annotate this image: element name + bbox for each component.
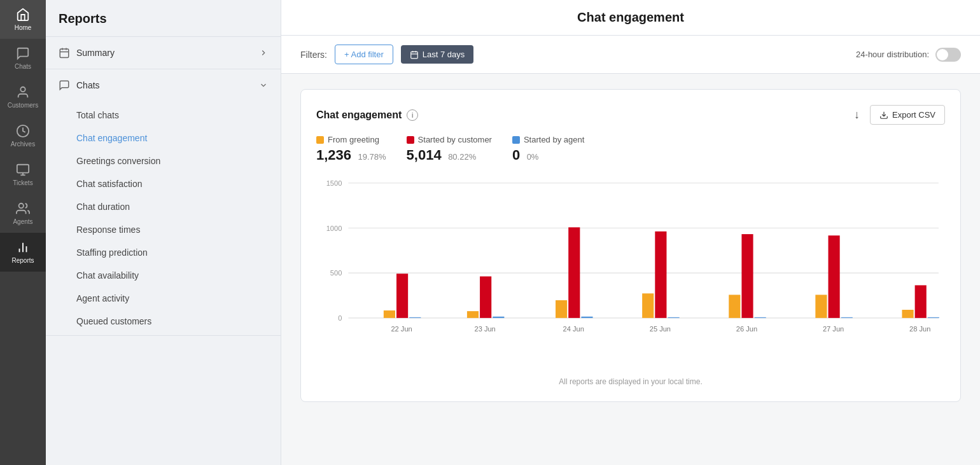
chart-legends: From greeting 1,236 19.78% Started by cu… — [316, 135, 945, 163]
main-header: Chat engagement — [281, 0, 980, 36]
main-scrollable: Chat engagement i ↓ Export CSV — [281, 74, 980, 465]
svg-rect-39 — [655, 232, 666, 318]
svg-rect-9 — [60, 49, 69, 58]
chart-card-header: Chat engagement i ↓ Export CSV — [316, 105, 945, 125]
export-csv-button[interactable]: Export CSV — [870, 105, 945, 125]
sidebar-item-chat-satisfaction[interactable]: Chat satisfaction — [46, 172, 281, 195]
svg-rect-32 — [493, 317, 504, 318]
svg-rect-43 — [741, 234, 753, 318]
nav-item-agents[interactable]: Agents — [0, 194, 46, 233]
legend-dot-customer — [407, 136, 414, 144]
chart-footer: All reports are displayed in your local … — [316, 377, 945, 386]
svg-text:23 Jun: 23 Jun — [475, 325, 496, 333]
bar-chart: 1500 1000 500 0 22 Jun 23 Jun — [316, 176, 945, 367]
page-title: Chat engagement — [521, 10, 741, 25]
svg-text:24 Jun: 24 Jun — [563, 325, 584, 333]
nav-item-tickets[interactable]: Tickets — [0, 155, 46, 194]
svg-rect-38 — [642, 293, 654, 318]
svg-rect-30 — [467, 311, 479, 318]
sidebar-section-summary: Summary — [46, 37, 281, 69]
nav-label-archives: Archives — [11, 141, 35, 148]
nav-label-chats: Chats — [15, 63, 31, 70]
svg-text:1000: 1000 — [326, 224, 342, 232]
date-filter-button[interactable]: Last 7 days — [401, 45, 474, 64]
svg-rect-27 — [396, 274, 408, 318]
export-icon — [879, 111, 888, 120]
svg-point-0 — [20, 87, 25, 92]
home-icon — [16, 8, 30, 22]
distribution-switch[interactable] — [935, 48, 961, 62]
svg-rect-50 — [902, 310, 913, 318]
svg-rect-34 — [556, 300, 567, 318]
filter-row: Filters: + Add filter Last 7 days 24-hou… — [281, 36, 980, 74]
svg-rect-42 — [729, 295, 740, 317]
svg-rect-28 — [409, 317, 421, 318]
agents-icon — [16, 202, 30, 216]
sidebar-item-chat-duration[interactable]: Chat duration — [46, 195, 281, 218]
svg-rect-46 — [815, 295, 827, 317]
sidebar-section-summary-header[interactable]: Summary — [46, 37, 281, 69]
chevron-right-icon — [259, 48, 268, 57]
svg-rect-40 — [668, 317, 679, 318]
info-icon[interactable]: i — [407, 109, 418, 121]
svg-text:26 Jun: 26 Jun — [736, 325, 757, 333]
nav-label-agents: Agents — [13, 218, 32, 225]
svg-rect-52 — [928, 317, 939, 318]
sidebar-item-chat-engagement[interactable]: Chat engagement — [46, 127, 281, 149]
chats-icon — [16, 46, 30, 60]
legend-started-by-agent: Started by agent 0 0% — [512, 135, 584, 163]
main-content-area: Chat engagement Filters: + Add filter La… — [281, 0, 980, 465]
sidebar-item-chat-availability[interactable]: Chat availability — [46, 264, 281, 287]
sidebar-item-staffing-prediction[interactable]: Staffing prediction — [46, 241, 281, 264]
nav-item-archives[interactable]: Archives — [0, 116, 46, 155]
nav-label-home: Home — [15, 24, 32, 31]
svg-text:500: 500 — [330, 269, 342, 277]
chat-icon — [59, 80, 70, 91]
download-icon[interactable]: ↓ — [854, 108, 860, 121]
tickets-icon — [16, 163, 30, 177]
calendar-icon — [59, 47, 70, 59]
chart-header-icons: ↓ Export CSV — [854, 105, 945, 125]
legend-dot-greeting — [316, 136, 324, 144]
svg-text:1500: 1500 — [326, 179, 342, 187]
sidebar-section-chats-header[interactable]: Chats — [46, 69, 281, 101]
nav-label-tickets: Tickets — [13, 179, 32, 186]
sidebar-title: Reports — [46, 0, 281, 37]
svg-text:22 Jun: 22 Jun — [391, 325, 412, 333]
add-filter-button[interactable]: + Add filter — [335, 45, 393, 64]
sidebar-item-agent-activity[interactable]: Agent activity — [46, 287, 281, 310]
svg-rect-47 — [829, 235, 840, 318]
customers-icon — [16, 85, 30, 99]
distribution-label: 24-hour distribution: — [856, 50, 929, 59]
svg-point-5 — [19, 204, 24, 208]
sidebar-item-queued-customers[interactable]: Queued customers — [46, 310, 281, 333]
svg-rect-35 — [568, 227, 580, 318]
distribution-toggle: 24-hour distribution: — [856, 48, 961, 62]
legend-started-by-customer: Started by customer 5,014 80.22% — [407, 135, 492, 163]
archives-icon — [16, 124, 30, 138]
svg-rect-36 — [581, 317, 592, 318]
sidebar-item-greetings-conversion[interactable]: Greetings conversion — [46, 149, 281, 172]
filters-label: Filters: — [300, 50, 327, 60]
reports-icon — [16, 240, 30, 254]
svg-rect-31 — [480, 277, 491, 318]
sidebar: Reports Summary Chats — [46, 0, 281, 465]
sidebar-chats-label: Chats — [76, 80, 100, 90]
chevron-down-icon — [259, 81, 268, 90]
sidebar-item-response-times[interactable]: Response times — [46, 218, 281, 241]
nav-item-customers[interactable]: Customers — [0, 78, 46, 116]
nav-item-home[interactable]: Home — [0, 0, 46, 39]
svg-rect-26 — [384, 310, 395, 318]
nav-item-reports[interactable]: Reports — [0, 233, 46, 272]
chart-card: Chat engagement i ↓ Export CSV — [300, 89, 961, 402]
nav-item-chats[interactable]: Chats — [0, 39, 46, 78]
nav-label-reports: Reports — [11, 257, 34, 264]
sidebar-summary-label: Summary — [76, 48, 115, 58]
sidebar-section-chats: Chats Total chats Chat engagement Greeti… — [46, 69, 281, 336]
legend-from-greeting: From greeting 1,236 19.78% — [316, 135, 386, 163]
sidebar-item-total-chats[interactable]: Total chats — [46, 104, 281, 127]
svg-text:0: 0 — [338, 314, 342, 322]
chart-svg: 1500 1000 500 0 22 Jun 23 Jun — [316, 176, 945, 367]
calendar-filter-icon — [410, 50, 419, 59]
svg-rect-48 — [841, 317, 853, 318]
